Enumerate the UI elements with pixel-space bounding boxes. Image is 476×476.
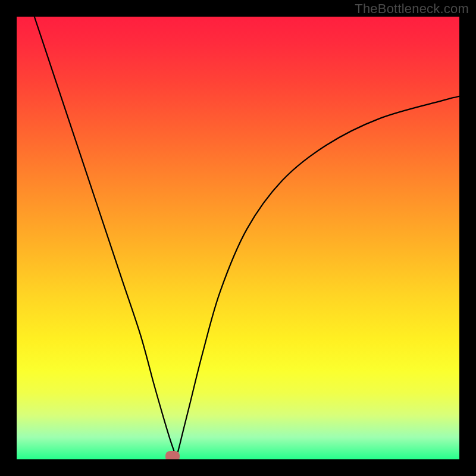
plot-area (17, 17, 459, 459)
optimum-marker (165, 451, 180, 459)
watermark-label: TheBottleneck.com (355, 1, 469, 17)
bottleneck-curve (35, 17, 459, 457)
chart-frame: TheBottleneck.com (0, 0, 476, 476)
curve-layer (17, 17, 459, 459)
